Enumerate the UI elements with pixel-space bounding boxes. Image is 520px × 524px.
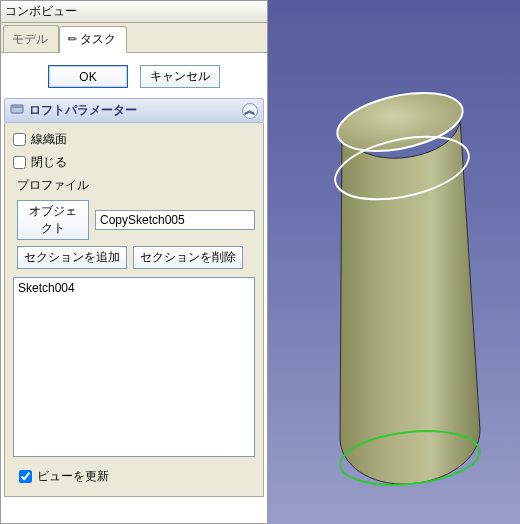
cancel-button[interactable]: キャンセル <box>140 65 220 88</box>
update-view-label: ビューを更新 <box>37 468 109 485</box>
ruled-surface-checkbox[interactable] <box>13 133 26 146</box>
tab-model-label: モデル <box>12 31 48 48</box>
chevron-up-icon: ︽ <box>244 102 256 119</box>
ruled-surface-label: 線織面 <box>31 131 67 148</box>
add-section-button[interactable]: セクションを追加 <box>17 246 127 269</box>
object-button[interactable]: オブジェクト <box>17 200 89 240</box>
profile-label: プロファイル <box>17 177 255 194</box>
ok-button[interactable]: OK <box>48 65 128 88</box>
dialog-button-row: OK キャンセル <box>4 57 264 92</box>
section-listbox[interactable]: Sketch004 <box>13 277 255 457</box>
remove-section-button[interactable]: セクションを削除 <box>133 246 243 269</box>
pane-title-text: コンボビュー <box>5 3 77 20</box>
collapse-button[interactable]: ︽ <box>242 103 258 119</box>
combo-view-panel: コンボビュー モデル ✎ タスク OK キャンセル ロフトパラメーター <box>0 0 268 524</box>
tab-bar: モデル ✎ タスク <box>1 23 267 53</box>
closed-label: 閉じる <box>31 154 67 171</box>
closed-row[interactable]: 閉じる <box>13 154 255 171</box>
group-header[interactable]: ロフトパラメーター ︽ <box>4 98 264 123</box>
3d-viewport[interactable] <box>268 0 520 524</box>
tab-model[interactable]: モデル <box>3 25 59 52</box>
profile-row: オブジェクト <box>17 200 255 240</box>
task-panel-body: OK キャンセル ロフトパラメーター ︽ 線織面 <box>1 53 267 523</box>
ruled-surface-row[interactable]: 線織面 <box>13 131 255 148</box>
loft-rendering <box>268 0 520 524</box>
loft-parameters-group: ロフトパラメーター ︽ 線織面 閉じる プロファイル オブジェクト <box>4 98 264 497</box>
closed-checkbox[interactable] <box>13 156 26 169</box>
list-item[interactable]: Sketch004 <box>18 280 250 296</box>
group-title: ロフトパラメーター <box>29 102 137 119</box>
update-view-row[interactable]: ビューを更新 <box>13 465 255 488</box>
tab-task-label: タスク <box>80 31 116 48</box>
update-view-checkbox[interactable] <box>19 470 32 483</box>
pane-title-bar: コンボビュー <box>1 1 267 23</box>
loft-body: 線織面 閉じる プロファイル オブジェクト セクションを追加 セクションを削除 … <box>4 123 264 497</box>
section-buttons-row: セクションを追加 セクションを削除 <box>17 246 255 269</box>
svg-rect-0 <box>11 105 23 113</box>
pencil-icon: ✎ <box>65 32 81 48</box>
loft-icon <box>10 102 24 119</box>
tab-task[interactable]: ✎ タスク <box>59 26 127 53</box>
profile-input[interactable] <box>95 210 255 230</box>
